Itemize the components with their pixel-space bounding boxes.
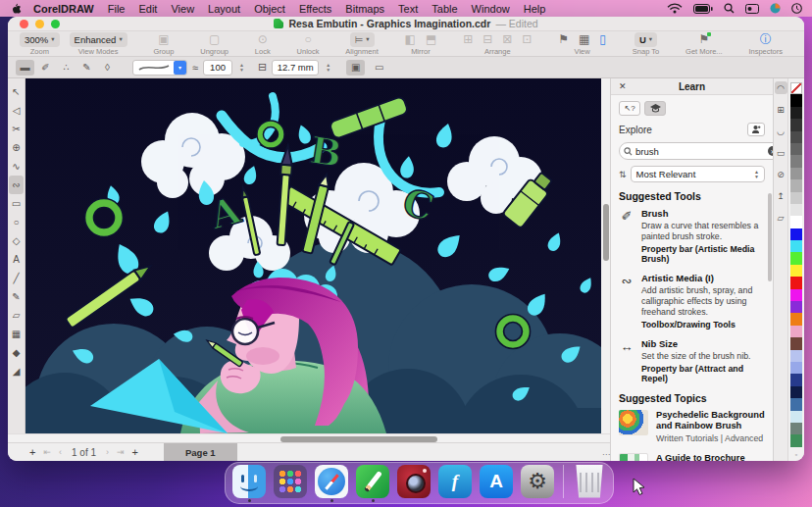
control-center-icon[interactable] <box>745 4 759 14</box>
menu-item[interactable]: Table <box>431 3 457 15</box>
color-swatch[interactable] <box>790 94 802 106</box>
toolbox-tool-button[interactable]: ◢ <box>9 362 24 380</box>
battery-icon[interactable] <box>693 4 713 14</box>
color-swatch[interactable] <box>790 240 802 252</box>
dock-item[interactable]: A <box>480 465 513 502</box>
toolbox-tool-button[interactable]: ↖ <box>9 82 24 101</box>
color-swatch[interactable] <box>790 386 802 398</box>
last-page-button[interactable]: ⇥ <box>117 447 125 457</box>
group-icon[interactable]: ▣ <box>158 33 169 46</box>
learn-panel-scrollbar[interactable] <box>768 193 772 281</box>
dock-item[interactable] <box>315 465 348 502</box>
color-swatch[interactable] <box>790 301 802 313</box>
menu-item[interactable]: View <box>171 3 194 15</box>
canvas-vertical-scrollbar[interactable] <box>601 78 610 433</box>
color-swatch[interactable] <box>790 228 802 240</box>
menu-item[interactable]: Window <box>472 3 510 15</box>
wifi-icon[interactable] <box>667 3 683 14</box>
toolbox-tool-button[interactable]: ▭ <box>9 194 24 213</box>
color-swatch[interactable] <box>790 168 802 179</box>
color-swatch[interactable] <box>790 326 802 337</box>
artistic-media-mode-button[interactable]: ∴ <box>57 60 76 76</box>
dock-item[interactable] <box>356 465 389 502</box>
docker-tab-icon[interactable]: ↥ <box>775 189 787 202</box>
docker-tab-icon[interactable]: ⊞ <box>775 103 787 116</box>
toolbox-tool-button[interactable]: ✂ <box>9 120 24 138</box>
previous-page-button[interactable]: ‹ <box>59 447 62 457</box>
color-swatch[interactable] <box>790 434 802 446</box>
menu-item[interactable]: Help <box>524 3 546 15</box>
explore-toggle[interactable] <box>644 101 666 116</box>
artistic-media-mode-button[interactable]: ◊ <box>98 60 117 76</box>
alignment-dropdown[interactable]: ⊨▾ <box>350 32 375 47</box>
border-toggle[interactable]: ▭ <box>370 60 388 76</box>
menubar-app-name[interactable]: CorelDRAW <box>33 3 94 15</box>
palette-options-icon[interactable]: ▫ <box>795 451 797 458</box>
menu-item[interactable]: Layout <box>208 3 240 15</box>
menu-item[interactable]: Effects <box>299 3 331 15</box>
docker-tab-icon[interactable]: ▱ <box>775 211 787 224</box>
stroke-list-dropdown[interactable]: ▾ <box>132 60 187 76</box>
color-swatch[interactable] <box>790 265 802 277</box>
contextual-help-toggle[interactable]: ↖? <box>619 101 640 116</box>
view-modes-dropdown[interactable]: Enhanced▾ <box>70 32 127 47</box>
color-swatch[interactable] <box>790 337 802 349</box>
dock-item[interactable] <box>397 465 431 502</box>
search-icon[interactable] <box>724 3 735 14</box>
dock-item[interactable]: f <box>438 465 472 502</box>
suggested-topic-item[interactable]: Psychedelic Background and Rainbow Brush… <box>619 410 765 443</box>
color-swatch[interactable] <box>790 143 802 155</box>
dock-item[interactable] <box>562 465 565 502</box>
clock-icon[interactable] <box>791 3 802 14</box>
docker-tab-icon[interactable]: ◡ <box>775 125 787 137</box>
artistic-media-mode-button[interactable]: ▬ <box>16 60 34 76</box>
unlock-icon[interactable]: ○ <box>304 33 311 46</box>
get-more-icon[interactable]: ⚑ <box>698 33 709 46</box>
color-swatch[interactable] <box>790 131 802 143</box>
docker-tab-icon[interactable]: ▭ <box>775 146 787 159</box>
color-swatch[interactable] <box>790 423 802 434</box>
suggested-tool-item[interactable]: ↔ Nib Size Set the size of the brush nib… <box>619 338 765 383</box>
user-icon[interactable] <box>770 3 781 14</box>
suggested-tool-item[interactable]: ✐ Brush Draw a curve that resembles a pa… <box>619 208 765 264</box>
artistic-media-mode-button[interactable]: ✐ <box>36 60 55 76</box>
docker-tab-icon[interactable]: ⊘ <box>775 168 787 180</box>
color-swatch[interactable] <box>790 216 802 228</box>
toolbox-tool-button[interactable]: ▱ <box>9 306 24 325</box>
to-back-icon[interactable]: ⊟ <box>482 33 492 46</box>
color-swatch[interactable] <box>790 204 802 216</box>
canvas-horizontal-scrollbar[interactable] <box>8 433 610 442</box>
smoothing-stepper[interactable]: ▲▼ <box>239 63 244 72</box>
page-tab[interactable]: Page 1 <box>164 443 237 462</box>
next-page-button[interactable]: › <box>106 447 109 457</box>
grid-icon[interactable]: ▦ <box>579 33 589 46</box>
apple-menu-icon[interactable] <box>10 3 24 15</box>
menu-item[interactable]: Object <box>254 3 285 15</box>
menu-item[interactable]: Edit <box>138 3 157 15</box>
dock-item[interactable]: ⚙ <box>521 465 554 502</box>
rulers-icon[interactable]: ⚑ <box>558 33 569 46</box>
sort-dropdown[interactable]: Most Relevant ▲▼ <box>631 166 765 182</box>
menu-item[interactable]: Text <box>398 3 418 15</box>
learn-search-field[interactable]: ✕ <box>619 142 773 160</box>
add-page-button[interactable]: + <box>29 446 35 458</box>
color-swatch[interactable] <box>790 289 802 301</box>
toolbox-tool-button[interactable]: ▦ <box>9 325 24 343</box>
inspectors-icon[interactable]: ⓘ <box>760 33 772 46</box>
nib-size-stepper[interactable]: ▲▼ <box>326 63 330 72</box>
menu-item[interactable]: File <box>108 3 126 15</box>
toolbox-tool-button[interactable]: ⊕ <box>9 138 24 157</box>
menu-item[interactable]: Bitmaps <box>345 3 384 15</box>
profile-button[interactable] <box>747 123 765 136</box>
color-swatch[interactable] <box>790 192 802 204</box>
toolbox-tool-button[interactable]: ◁ <box>9 101 24 120</box>
mirror-horizontal-icon[interactable]: ◧ <box>405 33 416 46</box>
suggested-tool-item[interactable]: ∾ Artistic Media (I) Add artistic brush,… <box>619 273 765 330</box>
first-page-button[interactable]: ⇤ <box>43 447 51 457</box>
dock-item[interactable] <box>573 465 606 502</box>
to-front-icon[interactable]: ⊞ <box>463 33 473 46</box>
forward-one-icon[interactable]: ⊠ <box>502 33 512 46</box>
artistic-media-mode-button[interactable]: ✎ <box>77 60 96 76</box>
mirror-vertical-icon[interactable]: ⬒ <box>426 33 436 46</box>
color-swatch[interactable] <box>790 374 802 385</box>
